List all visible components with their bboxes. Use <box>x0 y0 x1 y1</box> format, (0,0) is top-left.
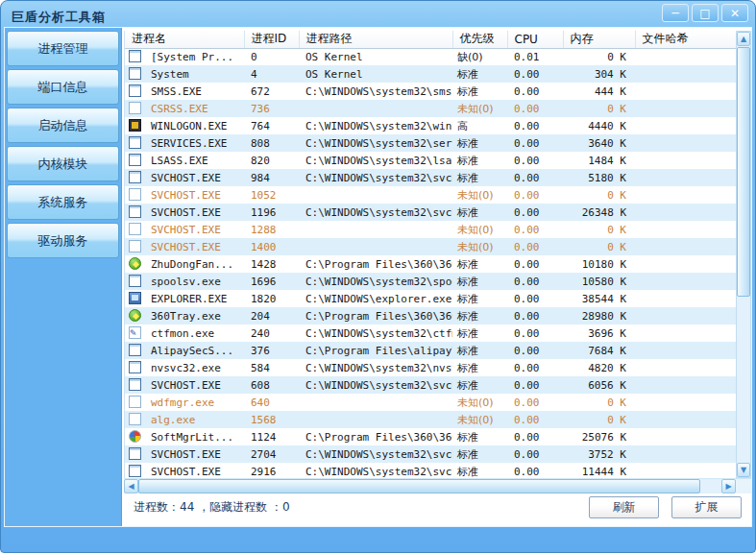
priority-cell: 标准 <box>452 290 507 307</box>
sidebar-item-driver-services[interactable]: 驱动服务 <box>7 223 119 258</box>
sidebar-item-system-services[interactable]: 系统服务 <box>7 184 119 220</box>
path-cell <box>299 221 452 238</box>
process-row[interactable]: CSRSS.EXE736未知(0)0.000 K <box>125 100 736 117</box>
titlebar[interactable]: 巨盾分析工具箱 ─ □ ✕ <box>1 1 755 27</box>
expand-button[interactable]: 扩展 <box>671 496 742 518</box>
s360-icon <box>129 309 141 322</box>
process-row[interactable]: SVCHOST.EXE2704C:\WINDOWS\system32\svcho… <box>125 445 736 463</box>
maximize-button[interactable]: □ <box>692 4 719 22</box>
sidebar-item-kernel-modules[interactable]: 内核模块 <box>7 146 119 181</box>
process-row[interactable]: alg.exe1568未知(0)0.000 K <box>125 411 736 428</box>
process-row[interactable]: SERVICES.EXE808C:\WINDOWS\system32\servi… <box>125 134 736 152</box>
column-header-cpu[interactable]: CPU <box>507 31 563 48</box>
horizontal-scroll-track[interactable] <box>138 479 721 493</box>
column-header-priority[interactable]: 优先级 <box>452 31 507 48</box>
process-row[interactable]: LSASS.EXE820C:\WINDOWS\system32\lsass.ex… <box>125 152 736 169</box>
process-name-cell: wdfmgr.exe <box>144 394 244 411</box>
priority-cell: 标准 <box>452 255 507 273</box>
process-row[interactable]: [System Pr...0OS Kernel缺(0)0.010 K <box>125 48 736 65</box>
hash-cell <box>635 411 736 428</box>
process-row[interactable]: ctfmon.exe240C:\WINDOWS\system32\ctfmon.… <box>125 325 736 342</box>
process-row[interactable]: spoolsv.exe1696C:\WINDOWS\system32\spool… <box>125 273 736 290</box>
column-header-path[interactable]: 进程路径 <box>299 31 452 48</box>
column-header-process-name[interactable]: 进程名 <box>125 31 244 48</box>
scroll-up-button[interactable]: ▲ <box>737 32 750 46</box>
process-name-cell: ctfmon.exe <box>144 325 244 342</box>
scroll-down-button[interactable]: ▼ <box>737 463 750 477</box>
column-header-hash[interactable]: 文件哈希 <box>635 31 736 48</box>
hash-cell <box>635 169 736 186</box>
horizontal-scrollbar[interactable]: ◀ ▶ <box>124 478 751 493</box>
path-cell: C:\WINDOWS\system32\smss.exe <box>299 83 452 100</box>
process-row[interactable]: SVCHOST.EXE984C:\WINDOWS\system32\svchos… <box>125 169 736 186</box>
process-name-cell: AlipaySecS... <box>144 342 244 359</box>
sidebar: 进程管理 端口信息 启动信息 内核模块 系统服务 驱动服务 <box>5 28 122 526</box>
process-row[interactable]: 360Tray.exe204C:\Program Files\360\360sa… <box>125 307 736 325</box>
column-header-memory[interactable]: 内存 <box>563 31 635 48</box>
blank-icon <box>129 240 141 252</box>
icon-cell <box>125 83 144 100</box>
memory-cell: 0 K <box>563 394 635 411</box>
path-cell: C:\WINDOWS\system32\svchost.exe <box>299 463 452 478</box>
sidebar-item-startup-info[interactable]: 启动信息 <box>7 108 119 143</box>
minimize-button[interactable]: ─ <box>662 4 689 22</box>
blank-icon <box>129 188 141 201</box>
process-name-cell: SVCHOST.EXE <box>144 376 244 394</box>
icon-cell <box>125 342 144 359</box>
scroll-left-button[interactable]: ◀ <box>124 479 138 493</box>
cpu-cell: 0.00 <box>507 463 563 478</box>
process-row[interactable]: AlipaySecS...376C:\Program Files\alipay\… <box>125 342 736 359</box>
process-name-cell: WINLOGON.EXE <box>144 117 244 134</box>
priority-cell: 高 <box>452 117 507 134</box>
path-cell: C:\WINDOWS\explorer.exe <box>299 290 452 307</box>
pid-cell: 820 <box>244 152 299 169</box>
process-row[interactable]: SVCHOST.EXE608C:\WINDOWS\system32\svchos… <box>125 376 736 394</box>
process-row[interactable]: SoftMgrLit...1124C:\Program Files\360\36… <box>125 428 736 445</box>
process-row[interactable]: SVCHOST.EXE1052未知(0)0.000 K <box>125 186 736 204</box>
close-button[interactable]: ✕ <box>721 4 748 22</box>
process-name-cell: EXPLORER.EXE <box>144 290 244 307</box>
hash-cell <box>635 428 736 445</box>
process-row[interactable]: System4OS Kernel标准0.00304 K <box>125 65 736 83</box>
vertical-scrollbar[interactable]: ▲ ▼ <box>736 31 751 478</box>
cpu-cell: 0.00 <box>507 152 563 169</box>
process-count-text: 进程数：44 ，隐藏进程数 ：0 <box>134 499 576 516</box>
pid-cell: 240 <box>244 325 299 342</box>
process-row[interactable]: SVCHOST.EXE1288未知(0)0.000 K <box>125 221 736 238</box>
refresh-button[interactable]: 刷新 <box>589 496 659 518</box>
process-row[interactable]: nvsvc32.exe584C:\WINDOWS\system32\nvsvc3… <box>125 359 736 376</box>
column-header-pid[interactable]: 进程ID <box>244 31 299 48</box>
pid-cell: 1288 <box>244 221 299 238</box>
sidebar-item-port-info[interactable]: 端口信息 <box>7 69 119 105</box>
process-row[interactable]: SVCHOST.EXE2916C:\WINDOWS\system32\svcho… <box>125 463 736 478</box>
process-row[interactable]: EXPLORER.EXE1820C:\WINDOWS\explorer.exe标… <box>125 290 736 307</box>
process-row[interactable]: SVCHOST.EXE1196C:\WINDOWS\system32\svcho… <box>125 204 736 221</box>
priority-cell: 标准 <box>452 342 507 359</box>
sidebar-item-process-manage[interactable]: 进程管理 <box>7 31 119 66</box>
memory-cell: 0 K <box>563 186 635 204</box>
scroll-right-button[interactable]: ▶ <box>721 479 736 493</box>
cpu-cell: 0.00 <box>507 273 563 290</box>
icon-cell <box>125 186 144 204</box>
window-icon <box>129 361 141 373</box>
scrollbar-corner <box>736 479 751 493</box>
icon-cell <box>125 169 144 186</box>
process-row[interactable]: wdfmgr.exe640未知(0)0.000 K <box>125 394 736 411</box>
sidebar-item-label: 启动信息 <box>38 117 88 134</box>
priority-cell: 缺(0) <box>452 48 507 65</box>
process-row[interactable]: SMSS.EXE672C:\WINDOWS\system32\smss.exe标… <box>125 83 736 100</box>
window-icon <box>129 447 141 460</box>
pid-cell: 1428 <box>244 255 299 273</box>
pid-cell: 808 <box>244 134 299 152</box>
softmgr-icon <box>129 430 141 443</box>
memory-cell: 304 K <box>563 65 635 83</box>
cpu-cell: 0.00 <box>507 428 563 445</box>
vertical-scroll-thumb[interactable] <box>737 47 750 297</box>
window-icon <box>129 378 141 391</box>
process-row[interactable]: WINLOGON.EXE764C:\WINDOWS\system32\winlo… <box>125 117 736 134</box>
memory-cell: 11444 K <box>563 463 635 478</box>
horizontal-scroll-thumb[interactable] <box>138 479 700 493</box>
priority-cell: 未知(0) <box>452 238 507 255</box>
process-row[interactable]: SVCHOST.EXE1400未知(0)0.000 K <box>125 238 736 255</box>
process-row[interactable]: ZhuDongFan...1428C:\Program Files\360\36… <box>125 255 736 273</box>
